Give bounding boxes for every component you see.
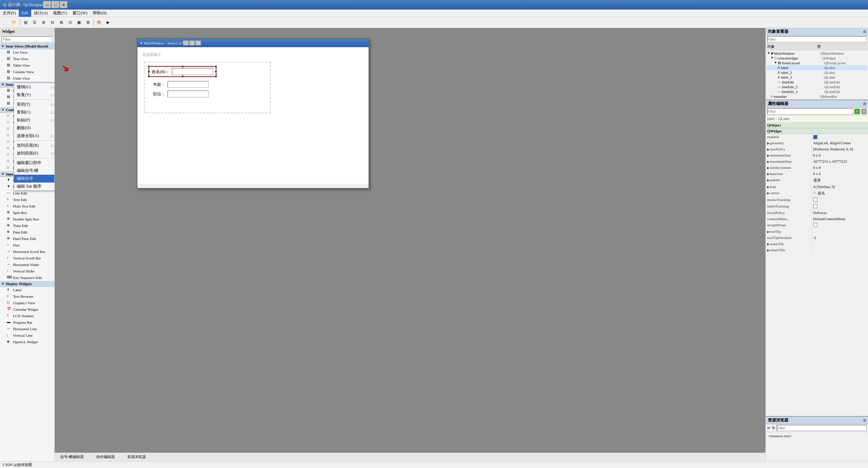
widget-item-v-slider[interactable]: ↕Vertical Slider: [0, 268, 54, 275]
tree-row-lineedit[interactable]: — lineEdit QLineEdit: [766, 80, 867, 84]
widget-item-table-view[interactable]: ▤Table View: [0, 62, 54, 69]
widget-item-line-edit[interactable]: —Line Edit: [0, 190, 54, 197]
widget-item-text-edit[interactable]: ≡Text Edit: [0, 197, 54, 203]
prop-row-acceptdrops[interactable]: acceptDrops: [766, 222, 868, 229]
prop-row-tablettracking[interactable]: tabletTracking: [766, 203, 868, 210]
menu-edit[interactable]: Edit: [19, 10, 31, 17]
designer-maximize-btn[interactable]: □: [189, 41, 195, 45]
widget-item-dial[interactable]: ○Dial: [0, 242, 54, 249]
resource-detach-btn[interactable]: ⊟: [863, 418, 866, 422]
prop-row-maxsize[interactable]: ▶maximumSize 16777215 x 16777215: [766, 159, 868, 165]
widget-item-h-scrollbar[interactable]: ↔Horizontal Scroll Bar: [0, 249, 54, 255]
widget-item-v-line[interactable]: |Vertical Line: [0, 332, 54, 339]
resource-refresh-btn[interactable]: ↻: [772, 426, 775, 430]
category-item-views[interactable]: ▼ Item Views (Model-Based): [0, 43, 54, 49]
job-input[interactable]: [168, 91, 209, 97]
prop-row-basesize[interactable]: ▶baseSize 0 x 0: [766, 171, 868, 177]
prop-row-sizepolicy[interactable]: ▶sizePolicy [Preferred, Preferred, 0, 0]: [766, 146, 868, 152]
widget-item-double-spin-box[interactable]: ⊕Double Spin Box: [0, 216, 54, 223]
tree-row-label2[interactable]: A label_2 QLabel: [766, 70, 867, 75]
toolbar-color[interactable]: 🎨: [95, 18, 103, 27]
property-add-btn[interactable]: +: [854, 109, 860, 114]
ctx-edit-signals[interactable]: 编辑信号/槽 F4: [14, 167, 55, 175]
widget-item-graphics-view[interactable]: ◻Graphics View: [0, 300, 54, 306]
resource-filter-input[interactable]: [777, 425, 867, 431]
toolbar-btn-2[interactable]: ☰: [30, 18, 39, 27]
tree-row-mainwindow[interactable]: ▼ ■ MainWindow QMainWindow: [766, 51, 867, 56]
tree-row-menubar[interactable]: ≡ menubar QMenuBar: [766, 94, 867, 99]
prop-row-statustip[interactable]: ▶statusTip: [766, 241, 868, 247]
prop-row-font[interactable]: ▶font A [SimSun, 9]: [766, 184, 868, 190]
minimize-button[interactable]: —: [43, 1, 51, 8]
toolbar-preview[interactable]: ▶: [104, 18, 112, 27]
property-options-btn[interactable]: ≡: [861, 109, 867, 114]
ctx-copy[interactable]: 复制(C) Ctrl+C: [14, 108, 55, 116]
widget-item-text-browser[interactable]: ≡Text Browser: [0, 293, 54, 300]
toolbar-new[interactable]: 📄: [1, 18, 10, 27]
designer-close-btn[interactable]: ✕: [196, 41, 201, 45]
enabled-checkbox[interactable]: ✓: [813, 135, 817, 139]
selected-label-container[interactable]: 姓名(B)：: [148, 66, 216, 77]
toolbar-btn-5[interactable]: ⊠: [57, 18, 65, 27]
widget-item-column-view[interactable]: ▤Column View: [0, 69, 54, 75]
form-area[interactable]: 姓名(B)： 年龄： 职位：: [144, 62, 271, 113]
ctx-redo[interactable]: 恢复(Y) Ctrl+Y: [14, 91, 55, 99]
toolbar-btn-8[interactable]: ⊞: [84, 18, 92, 27]
mousetracking-checkbox[interactable]: [813, 198, 817, 202]
ctx-send-back[interactable]: 放到后面(B) Ctrl+K: [14, 142, 55, 149]
tree-row-resource-root[interactable]: <resource root>: [767, 433, 867, 438]
tree-row-lineedit3[interactable]: — lineEdit_3 QLineEdit: [766, 89, 867, 94]
prop-row-tooltipduration[interactable]: toolTipDuration -1: [766, 235, 868, 241]
widget-item-key-seq-edit[interactable]: ⌨Key Sequence Edit: [0, 275, 54, 281]
menu-help[interactable]: 帮助(H): [90, 10, 109, 17]
menu-design[interactable]: 设计(A): [31, 10, 51, 17]
widget-item-h-slider[interactable]: ↔Horizontal Slider: [0, 262, 54, 268]
widget-item-progress-bar[interactable]: ▬Progress Bar: [0, 319, 54, 326]
toolbar-btn-4[interactable]: ⊟: [48, 18, 56, 27]
property-detach-btn[interactable]: ⊟: [863, 102, 866, 106]
widget-item-datetime-edit[interactable]: ⊕Date/Time Edit: [0, 236, 54, 242]
prop-row-cursor[interactable]: ▶cursor ↖ 箭头: [766, 190, 868, 197]
inspector-detach-btn[interactable]: ⊟: [863, 30, 866, 34]
tablettracking-checkbox[interactable]: [813, 204, 817, 208]
tree-row-label[interactable]: A label QLabel: [766, 65, 867, 70]
menu-view[interactable]: 视图(V): [50, 10, 70, 17]
menu-window[interactable]: 窗口(W): [70, 10, 90, 17]
ctx-cut[interactable]: 剪切(T) Ctrl+X: [14, 101, 55, 108]
prop-row-geometry[interactable]: ▶geometry AlignLeft, AlignVCenter: [766, 140, 868, 146]
maximize-button[interactable]: □: [52, 1, 59, 8]
prop-row-whatsthis[interactable]: ▶whatsThis: [766, 247, 868, 253]
filter-input[interactable]: [1, 36, 53, 42]
ctx-delete[interactable]: 删除(D): [14, 124, 55, 132]
category-display-widgets[interactable]: ▼ Display Widgets: [0, 281, 54, 287]
prop-row-enabled[interactable]: enabled ✓: [766, 134, 868, 140]
toolbar-btn-7[interactable]: ▦: [75, 18, 83, 27]
widget-item-undo-view[interactable]: ▤Undo View: [0, 75, 54, 82]
tree-row-centralwidget[interactable]: ▼ □ centralwidget QWidget: [766, 56, 867, 61]
tree-row-label3[interactable]: A label_3 QLabel: [766, 75, 867, 80]
widget-item-spin-box[interactable]: ⊕Spin Box: [0, 210, 54, 216]
ctx-edit-widgets[interactable]: 编辑窗口部件 F3: [14, 159, 55, 167]
prop-row-contextmenu[interactable]: contextMenu... DefaultContextMenu: [766, 216, 868, 222]
toolbar-btn-1[interactable]: ▤: [22, 18, 30, 27]
widget-item-h-line[interactable]: —Horizontal Line: [0, 326, 54, 332]
bottom-tab-resources[interactable]: 资源浏览器: [124, 454, 149, 461]
ctx-bring-front[interactable]: 放到前面(F) Ctrl+L: [14, 149, 55, 157]
widget-item-plain-text-edit[interactable]: ≡Plain Text Edit: [0, 203, 54, 210]
ctx-select-all[interactable]: 选择全部(A) Ctrl+A: [14, 132, 55, 140]
tree-row-lineedit2[interactable]: — lineEdit_2 QLineEdit: [766, 84, 867, 89]
ctx-paste[interactable]: 粘贴(P) Ctrl+V: [14, 116, 55, 124]
toolbar-btn-6[interactable]: ⊡: [66, 18, 74, 27]
widget-item-lcd-number[interactable]: 7LCD Number: [0, 313, 54, 319]
ctx-undo[interactable]: 撤销(U) Ctrl+Z: [14, 83, 55, 91]
designer-minimize-btn[interactable]: —: [183, 41, 189, 45]
ctx-edit-buddy[interactable]: 编辑伙伴 ▶: [14, 175, 55, 183]
prop-row-tooltip[interactable]: ▶toolTip: [766, 229, 868, 235]
widget-item-date-edit[interactable]: ⊕Date Edit: [0, 229, 54, 236]
bottom-tab-actions[interactable]: 动作编辑器: [93, 454, 118, 461]
widget-item-tree-view[interactable]: ▤Tree View: [0, 56, 54, 62]
widget-item-calendar-widget[interactable]: 📅Calendar Widget: [0, 306, 54, 313]
ctx-edit-tab-order[interactable]: 编辑 Tab 顺序: [14, 183, 55, 190]
widget-item-opengl-widget[interactable]: ◈OpenGL Widget: [0, 339, 54, 345]
close-button[interactable]: ✕: [60, 1, 67, 8]
